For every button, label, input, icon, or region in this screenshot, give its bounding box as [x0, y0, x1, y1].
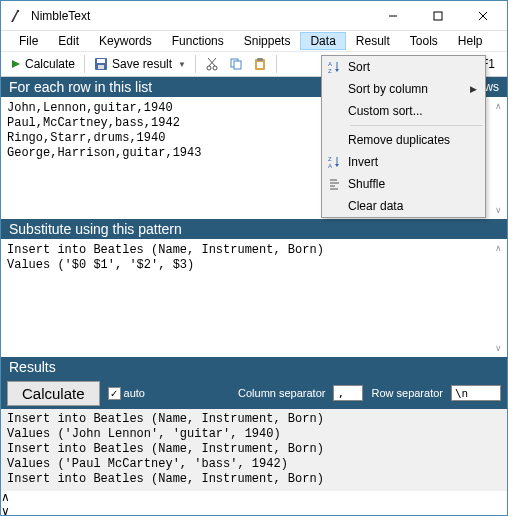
scissors-icon [205, 57, 219, 71]
paste-icon [253, 57, 267, 71]
dropdown-sort-label: Sort [348, 60, 477, 74]
svg-rect-6 [97, 59, 105, 63]
svg-text:Z: Z [328, 156, 332, 162]
svg-rect-2 [434, 12, 442, 20]
svg-text:A: A [328, 61, 332, 67]
menu-data[interactable]: Data [300, 32, 345, 50]
results-toolbar: Calculate ✓ auto Column separator Row se… [1, 377, 507, 409]
svg-rect-13 [234, 61, 241, 69]
section1-title: For each row in this list [9, 79, 152, 95]
menu-functions[interactable]: Functions [162, 32, 234, 50]
section2-header: Substitute using this pattern [1, 219, 507, 239]
save-result-label: Save result [112, 57, 172, 71]
save-icon [94, 57, 108, 71]
pattern-pane[interactable]: Insert into Beatles (Name, Instrument, B… [1, 239, 507, 357]
calculate-label: Calculate [25, 57, 75, 71]
scroll-up-icon[interactable]: ∧ [491, 99, 505, 113]
dropdown-clear-label: Clear data [348, 199, 477, 213]
svg-rect-7 [98, 65, 104, 69]
paste-button[interactable] [249, 55, 271, 73]
results-text: Insert into Beatles (Name, Instrument, B… [1, 409, 507, 490]
toolbar-separator [276, 55, 277, 73]
sort-za-icon: ZA [322, 155, 348, 169]
dropdown-sort-by-column[interactable]: Sort by column ▶ [322, 78, 485, 100]
dropdown-shuffle[interactable]: Shuffle [322, 173, 485, 195]
column-separator-input[interactable] [333, 385, 363, 401]
maximize-button[interactable] [415, 2, 460, 30]
row-separator-input[interactable] [451, 385, 501, 401]
dropdown-removedup-label: Remove duplicates [348, 133, 477, 147]
svg-line-10 [209, 58, 216, 66]
svg-text:Z: Z [328, 68, 332, 74]
svg-point-0 [17, 9, 19, 11]
dropdown-invert[interactable]: ZA Invert [322, 151, 485, 173]
svg-line-11 [208, 58, 215, 66]
column-separator-label: Column separator [238, 387, 325, 399]
menubar: File Edit Keywords Functions Snippets Da… [1, 31, 507, 51]
toolbar-separator [195, 55, 196, 73]
dropdown-separator [350, 125, 483, 126]
menu-result[interactable]: Result [346, 32, 400, 50]
svg-point-9 [213, 66, 217, 70]
dropdown-invert-label: Invert [348, 155, 477, 169]
dropdown-remove-duplicates[interactable]: Remove duplicates [322, 129, 485, 151]
results-pane[interactable]: Insert into Beatles (Name, Instrument, B… [1, 409, 507, 491]
dropdown-sortcol-label: Sort by column [348, 82, 470, 96]
checkbox-icon: ✓ [108, 387, 121, 400]
menu-file[interactable]: File [9, 32, 48, 50]
calculate-button[interactable]: Calculate [7, 55, 79, 73]
submenu-arrow-icon: ▶ [470, 84, 477, 94]
minimize-button[interactable] [370, 2, 415, 30]
menu-keywords[interactable]: Keywords [89, 32, 162, 50]
row-separator-label: Row separator [371, 387, 443, 399]
dropdown-caret-icon: ▼ [178, 60, 186, 69]
scroll-down-icon[interactable]: ∨ [491, 203, 505, 217]
scroll-up-icon[interactable]: ∧ [491, 241, 505, 255]
menu-edit[interactable]: Edit [48, 32, 89, 50]
toolbar-separator [84, 55, 85, 73]
dropdown-sort[interactable]: AZ Sort [322, 56, 485, 78]
auto-checkbox[interactable]: ✓ auto [108, 387, 145, 400]
menu-help[interactable]: Help [448, 32, 493, 50]
svg-rect-15 [257, 58, 263, 61]
svg-point-8 [207, 66, 211, 70]
scroll-down-icon[interactable]: ∨ [491, 341, 505, 355]
close-button[interactable] [460, 2, 505, 30]
results-title: Results [9, 359, 56, 375]
save-result-button[interactable]: Save result ▼ [90, 55, 190, 73]
scroll-up-icon[interactable]: ∧ [1, 490, 507, 504]
section2-title: Substitute using this pattern [9, 221, 182, 237]
results-header: Results [1, 357, 507, 377]
svg-text:A: A [328, 163, 332, 169]
play-icon [11, 59, 21, 69]
svg-rect-16 [257, 62, 263, 68]
window-title: NimbleText [31, 9, 370, 23]
results-calculate-button[interactable]: Calculate [7, 381, 100, 406]
copy-icon [229, 57, 243, 71]
dropdown-custom-sort[interactable]: Custom sort... [322, 100, 485, 122]
dropdown-shuffle-label: Shuffle [348, 177, 477, 191]
app-icon [9, 8, 25, 24]
shuffle-icon [322, 177, 348, 191]
sort-az-icon: AZ [322, 60, 348, 74]
dropdown-clear-data[interactable]: Clear data [322, 195, 485, 217]
scroll-down-icon[interactable]: ∨ [1, 504, 507, 516]
cut-button[interactable] [201, 55, 223, 73]
titlebar: NimbleText [1, 1, 507, 31]
copy-button[interactable] [225, 55, 247, 73]
menu-snippets[interactable]: Snippets [234, 32, 301, 50]
data-dropdown: AZ Sort Sort by column ▶ Custom sort... … [321, 55, 486, 218]
menu-tools[interactable]: Tools [400, 32, 448, 50]
pattern-text[interactable]: Insert into Beatles (Name, Instrument, B… [1, 239, 507, 277]
dropdown-customsort-label: Custom sort... [348, 104, 477, 118]
auto-label: auto [124, 387, 145, 399]
